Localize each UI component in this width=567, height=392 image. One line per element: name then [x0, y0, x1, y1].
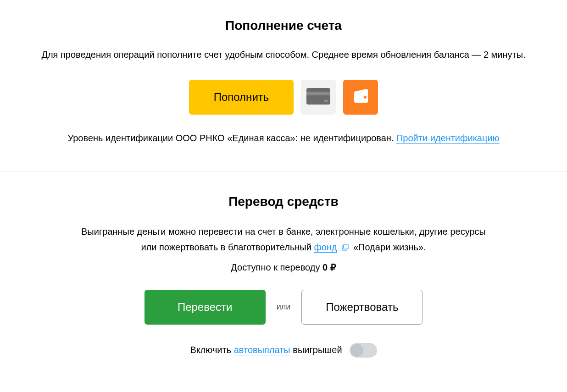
identification-text: Уровень идентификации ООО РНКО «Единая к… [67, 133, 396, 143]
available-amount-row: Доступно к переводу 0 ₽ [18, 259, 549, 275]
deposit-button-row: Пополнить [18, 80, 549, 115]
deposit-section: Пополнение счета Для проведения операций… [0, 14, 567, 162]
available-currency: ₽ [328, 262, 336, 272]
deposit-button[interactable]: Пополнить [189, 80, 294, 115]
autopay-row: Включить автовыплаты выигрышей [18, 343, 549, 358]
svg-rect-1 [306, 92, 330, 95]
transfer-button-row: Перевести или Пожертвовать [18, 290, 549, 325]
available-amount: 0 [322, 262, 328, 272]
credit-card-icon [306, 88, 330, 106]
fund-link[interactable]: фонд [314, 242, 337, 253]
svg-rect-6 [344, 244, 348, 249]
svg-point-4 [364, 96, 367, 99]
transfer-desc-line1: Выигранные деньги можно перевести на сче… [18, 224, 549, 239]
toggle-knob [350, 344, 363, 357]
external-link-icon [341, 240, 349, 256]
identification-status: Уровень идентификации ООО РНКО «Единая к… [18, 133, 549, 144]
transfer-description: Выигранные деньги можно перевести на сче… [18, 224, 549, 275]
transfer-section: Перевод средств Выигранные деньги можно … [0, 190, 567, 376]
section-divider [0, 171, 567, 171]
svg-rect-2 [324, 100, 328, 102]
transfer-title: Перевод средств [18, 194, 549, 209]
autopay-toggle[interactable] [350, 343, 377, 358]
or-label: или [277, 302, 291, 312]
wallet-method-button[interactable] [343, 80, 378, 115]
svg-rect-0 [306, 88, 330, 105]
card-method-button[interactable] [301, 80, 336, 115]
transfer-desc-line2: или пожертвовать в благотворительный фон… [18, 239, 549, 256]
transfer-button[interactable]: Перевести [145, 290, 266, 325]
deposit-title: Пополнение счета [18, 18, 549, 33]
autopay-label: Включить автовыплаты выигрышей [190, 345, 342, 355]
wallet-icon [350, 86, 371, 108]
identification-link[interactable]: Пройти идентификацию [396, 133, 500, 144]
autopay-link[interactable]: автовыплаты [234, 345, 290, 355]
donate-button[interactable]: Пожертвовать [301, 290, 422, 325]
deposit-description: Для проведения операций пополните счет у… [18, 48, 549, 61]
